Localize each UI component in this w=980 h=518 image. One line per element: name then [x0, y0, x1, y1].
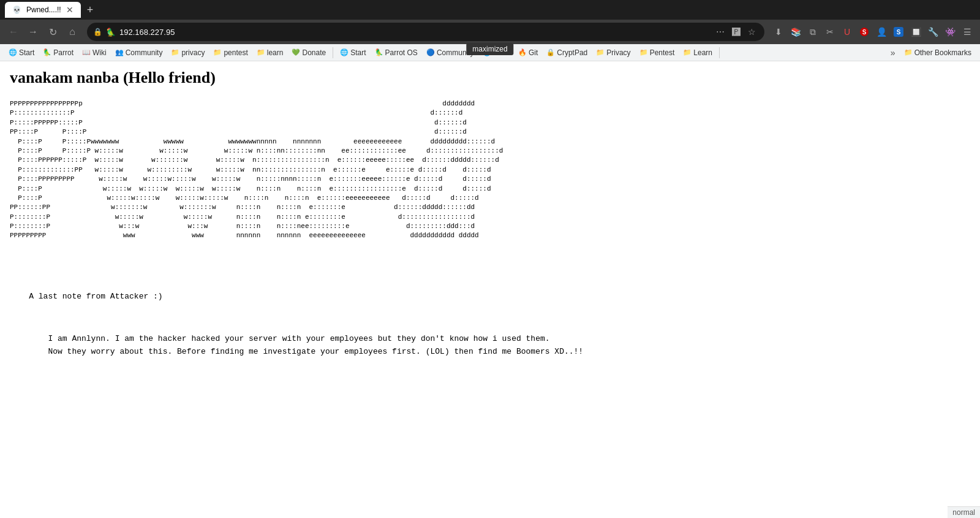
- note-section: A last note from Attacker :) I am Annlyn…: [10, 265, 970, 384]
- bookmark-community2-icon: 🔵: [426, 48, 435, 56]
- bookmark-community1-label: Community: [126, 48, 163, 57]
- screenshot-button[interactable]: ✂: [822, 24, 838, 40]
- ext2-button[interactable]: S: [856, 24, 872, 40]
- bookmark-community2[interactable]: 🔵 Community: [423, 47, 478, 58]
- page-title: vanakam nanba (Hello friend): [10, 69, 970, 87]
- bookmark-privacy2-icon: 📁: [596, 48, 605, 56]
- download-button[interactable]: ⬇: [771, 24, 786, 40]
- home-button[interactable]: ⌂: [64, 23, 81, 40]
- bookmark-community2-label: Community: [437, 48, 474, 57]
- bookmark-docs-label: Docs: [493, 48, 510, 57]
- bookmark-donate-icon: 💚: [292, 48, 300, 56]
- active-tab[interactable]: 💀 Pwned....!! ✕: [5, 2, 81, 18]
- bookmark-parrot-label: Parrot: [53, 48, 74, 57]
- bookmark-donate[interactable]: 💚 Donate: [288, 47, 330, 58]
- bookmark-git[interactable]: 🔥 Git: [514, 47, 541, 58]
- bookmark-cryptpad[interactable]: 🔒 CryptPad: [543, 47, 591, 58]
- bookmark-pentest1-icon: 📁: [213, 48, 222, 56]
- bookmark-pentest2-label: Pentest: [650, 48, 675, 57]
- pocket-button[interactable]: 🅿: [729, 26, 743, 38]
- bookmark-learn2-icon: 📁: [683, 48, 692, 56]
- toolbar: ← → ↻ ⌂ 🔒 🦜 ⋯ 🅿 ☆ maximized ⬇ 📚 ⧉ ✂ U S …: [0, 20, 980, 44]
- parrot-icon: 🦜: [106, 28, 116, 37]
- note-header: A last note from Attacker :): [10, 291, 970, 303]
- bookmark-privacy1-icon: 📁: [171, 48, 179, 56]
- bookmark-community1-icon: 👥: [115, 48, 124, 56]
- bookmark-learn1[interactable]: 📁 learn: [253, 47, 287, 58]
- bookmark-cryptpad-icon: 🔒: [546, 48, 555, 56]
- bookmark-docs[interactable]: 🌐 Docs: [479, 47, 513, 58]
- tab-title: Pwned....!!: [26, 6, 61, 14]
- address-bar-actions: ⋯ 🅿 ☆: [714, 26, 758, 38]
- ext1-button[interactable]: U: [839, 24, 855, 40]
- bookmark-start1[interactable]: 🌐 Start: [5, 47, 38, 58]
- bookmark-learn2[interactable]: 📁 Learn: [679, 47, 716, 58]
- more-options-button[interactable]: ⋯: [714, 26, 727, 38]
- bookmark-start2-icon: 🌐: [340, 48, 349, 56]
- back-button[interactable]: ←: [5, 23, 22, 40]
- bookmark-parrot[interactable]: 🦜 Parrot: [39, 47, 77, 58]
- address-bar-container: 🔒 🦜 ⋯ 🅿 ☆: [87, 23, 764, 41]
- bookmark-wiki-label: Wiki: [92, 48, 107, 57]
- bookmark-parrotos-label: Parrot OS: [385, 48, 418, 57]
- page-content: vanakam nanba (Hello friend) PPPPPPPPPPP…: [0, 61, 980, 490]
- collections-button[interactable]: 📚: [788, 24, 804, 40]
- bookmark-wiki-icon: 📖: [82, 48, 91, 56]
- bookmark-separator2: [719, 47, 720, 58]
- bookmark-privacy2-label: Privacy: [606, 48, 630, 57]
- bookmark-donate-label: Donate: [302, 48, 326, 57]
- bookmark-pentest1[interactable]: 📁 pentest: [209, 47, 251, 58]
- note-body: I am Annlynn. I am the hacker hacked you…: [10, 333, 970, 359]
- forward-button[interactable]: →: [24, 23, 42, 40]
- bookmark-learn1-label: learn: [267, 48, 284, 57]
- ascii-art: PPPPPPPPPPPPPPPPPp dddddddd P:::::::::::…: [10, 99, 970, 241]
- bookmark-pentest2-icon: 📁: [639, 48, 648, 56]
- bookmark-start1-label: Start: [19, 48, 34, 57]
- tab-view-button[interactable]: ⧉: [805, 24, 821, 40]
- bookmark-cryptpad-label: CryptPad: [557, 48, 587, 57]
- tab-bar: 💀 Pwned....!! ✕ +: [0, 0, 980, 20]
- bookmark-git-label: Git: [529, 48, 538, 57]
- tab-close-button[interactable]: ✕: [66, 5, 74, 15]
- toolbar-right: ⬇ 📚 ⧉ ✂ U S 👤 S 🔲 🔧 👾 ☰: [771, 24, 975, 40]
- tab-icon: 💀: [12, 6, 21, 14]
- bookmark-privacy1-label: privacy: [181, 48, 205, 57]
- bookmark-docs-icon: 🌐: [483, 48, 491, 56]
- bookmark-parrotos[interactable]: 🦜 Parrot OS: [371, 47, 421, 58]
- menu-button[interactable]: ☰: [959, 24, 975, 40]
- svg-text:S: S: [862, 29, 867, 36]
- bookmark-privacy2[interactable]: 📁 Privacy: [592, 47, 634, 58]
- bookmark-wiki[interactable]: 📖 Wiki: [78, 47, 110, 58]
- bookmark-other-icon: 📁: [904, 48, 913, 56]
- bookmark-start2[interactable]: 🌐 Start: [336, 47, 369, 58]
- bookmark-other-label: Other Bookmarks: [914, 48, 971, 57]
- bookmark-other[interactable]: 📁 Other Bookmarks: [900, 47, 975, 58]
- bookmark-pentest1-label: pentest: [224, 48, 247, 57]
- bookmark-start1-icon: 🌐: [9, 48, 17, 56]
- ext5-button[interactable]: 🔲: [908, 24, 924, 40]
- bookmark-git-icon: 🔥: [518, 48, 527, 56]
- ext7-button[interactable]: 👾: [942, 24, 958, 40]
- bookmark-privacy1[interactable]: 📁 privacy: [167, 47, 208, 58]
- bookmark-separator: [333, 47, 333, 58]
- bookmark-parrot-icon: 🦜: [43, 48, 51, 56]
- refresh-button[interactable]: ↻: [44, 23, 61, 40]
- svg-text:S: S: [897, 29, 901, 36]
- ext3-button[interactable]: 👤: [873, 24, 889, 40]
- bookmark-start2-label: Start: [350, 48, 366, 57]
- security-icon: 🔒: [93, 28, 102, 36]
- bookmark-community1[interactable]: 👥 Community: [111, 47, 167, 58]
- new-tab-button[interactable]: +: [83, 4, 97, 17]
- bookmark-parrotos-icon: 🦜: [375, 48, 383, 56]
- ext4-button[interactable]: S: [891, 24, 907, 40]
- ext6-button[interactable]: 🔧: [925, 24, 941, 40]
- bookmarks-bar: 🌐 Start 🦜 Parrot 📖 Wiki 👥 Community 📁 pr…: [0, 44, 980, 61]
- bookmark-learn2-label: Learn: [693, 48, 712, 57]
- browser-chrome: 💀 Pwned....!! ✕ + ← → ↻ ⌂ 🔒 🦜 ⋯ 🅿 ☆ maxi…: [0, 0, 980, 61]
- bookmark-learn1-icon: 📁: [257, 48, 265, 56]
- bookmark-star-button[interactable]: ☆: [745, 26, 758, 38]
- bookmark-pentest2[interactable]: 📁 Pentest: [636, 47, 679, 58]
- address-bar-input[interactable]: [119, 28, 710, 37]
- bookmarks-more-button[interactable]: »: [887, 47, 899, 59]
